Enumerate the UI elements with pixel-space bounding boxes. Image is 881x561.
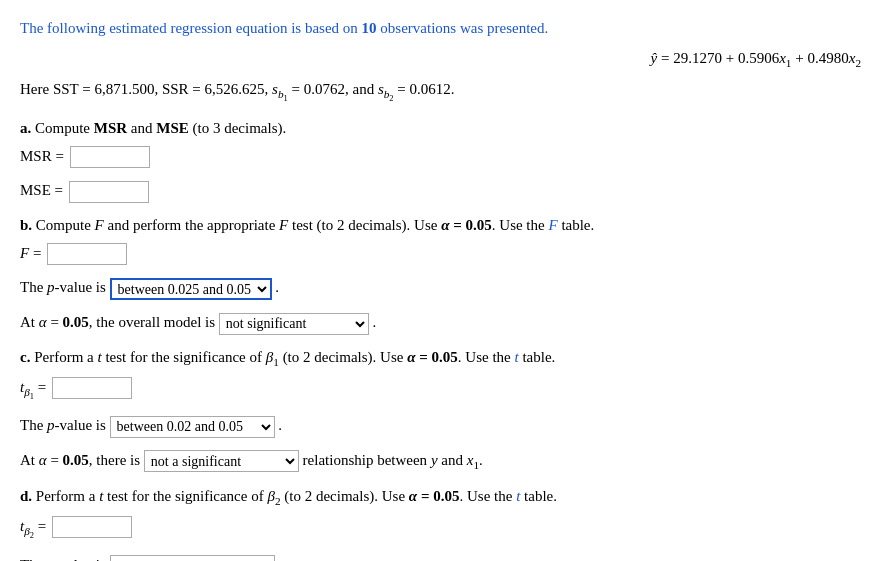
- intro-text: The following estimated regression equat…: [20, 20, 362, 36]
- b-significance-select[interactable]: not significant significant: [219, 313, 369, 335]
- mse-input[interactable]: [69, 181, 149, 203]
- tb2-input[interactable]: [52, 516, 132, 538]
- mse-label: MSE =: [20, 182, 67, 198]
- c-rel-text: relationship between y and x1.: [303, 452, 483, 468]
- c-pvalue-prefix: The p-value is: [20, 417, 110, 433]
- equation-display: ŷ = 29.1270 + 0.5906x1 + 0.4980x2: [651, 50, 861, 66]
- part-c-label: c.: [20, 349, 30, 365]
- equation-line: ŷ = 29.1270 + 0.5906x1 + 0.4980x2: [20, 50, 861, 69]
- intro-suffix: observations was presented.: [377, 20, 549, 36]
- intro-line: The following estimated regression equat…: [20, 16, 861, 40]
- tb1-input[interactable]: [52, 377, 132, 399]
- tb1-label: tβ1 =: [20, 379, 50, 395]
- part-c-text: Perform a t test for the significance of…: [34, 349, 555, 365]
- given-line: Here SST = 6,871.500, SSR = 6,526.625, s…: [20, 77, 861, 106]
- part-a-label: a.: [20, 120, 31, 136]
- b-pvalue-row: The p-value is between 0.025 and 0.05 be…: [20, 275, 861, 300]
- part-b-text: Compute F and perform the appropriate F …: [36, 217, 594, 233]
- msr-row: MSR =: [20, 144, 861, 169]
- msr-input[interactable]: [70, 146, 150, 168]
- part-b-heading: b. Compute F and perform the appropriate…: [20, 213, 861, 237]
- c-significance-row: At α = 0.05, there is not a significant …: [20, 448, 861, 474]
- part-a-text: Compute MSR and MSE (to 3 decimals).: [35, 120, 286, 136]
- tb1-row: tβ1 =: [20, 375, 861, 404]
- b-significance-row: At α = 0.05, the overall model is not si…: [20, 310, 861, 335]
- F-label: F =: [20, 245, 45, 261]
- c-significance-select[interactable]: not a significant a significant: [144, 450, 299, 472]
- part-b-label: b.: [20, 217, 32, 233]
- d-pvalue-prefix: The p-value is: [20, 557, 110, 561]
- d-pvalue-dot: .: [278, 557, 282, 561]
- F-input[interactable]: [47, 243, 127, 265]
- part-d-heading: d. Perform a t test for the significance…: [20, 484, 861, 510]
- d-pvalue-row: The p-value is between 0.01 and 0.02 bet…: [20, 553, 861, 561]
- c-pvalue-select[interactable]: between 0.02 and 0.05 between 0.01 and 0…: [110, 416, 275, 438]
- c-at-prefix: At α = 0.05, there is: [20, 452, 144, 468]
- part-d-label: d.: [20, 488, 32, 504]
- b-pvalue-dot: .: [275, 279, 279, 295]
- b-pvalue-select[interactable]: between 0.025 and 0.05 between 0.01 and …: [110, 278, 272, 300]
- obs-number: 10: [362, 20, 377, 36]
- msr-label: MSR =: [20, 148, 68, 164]
- c-pvalue-row: The p-value is between 0.02 and 0.05 bet…: [20, 413, 861, 438]
- mse-row: MSE =: [20, 178, 861, 203]
- tb2-label: tβ2 =: [20, 518, 50, 534]
- c-pvalue-dot: .: [278, 417, 282, 433]
- d-pvalue-select[interactable]: between 0.01 and 0.02 between 0.02 and 0…: [110, 555, 275, 561]
- F-row: F =: [20, 241, 861, 266]
- part-d-text: Perform a t test for the significance of…: [36, 488, 557, 504]
- part-c-heading: c. Perform a t test for the significance…: [20, 345, 861, 371]
- b-overall-prefix: At α = 0.05, the overall model is: [20, 314, 219, 330]
- given-text: Here SST = 6,871.500, SSR = 6,526.625, s…: [20, 81, 455, 97]
- tb2-row: tβ2 =: [20, 514, 861, 543]
- part-a-heading: a. Compute MSR and MSE (to 3 decimals).: [20, 116, 861, 140]
- b-pvalue-prefix: The p-value is: [20, 279, 110, 295]
- b-overall-suffix: .: [373, 314, 377, 330]
